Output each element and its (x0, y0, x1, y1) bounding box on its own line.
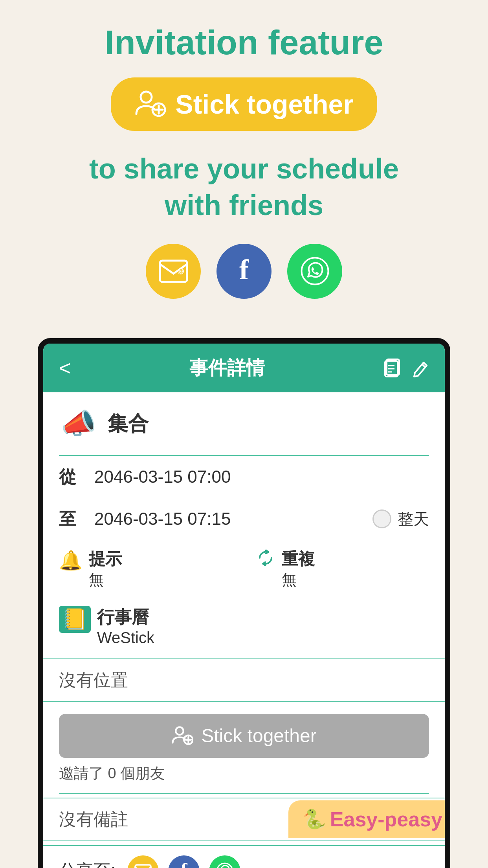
share-row-icons: f (127, 855, 240, 868)
invitation-title: Invitation feature (105, 24, 383, 62)
calendar-name: WeStick (97, 629, 154, 647)
subtitle: to share your schedulewith friends (89, 151, 399, 224)
all-day-label: 整天 (398, 508, 429, 530)
svg-point-0 (141, 92, 152, 103)
share-row-email-icon[interactable] (127, 855, 159, 868)
share-row-facebook-icon[interactable]: f (168, 855, 200, 868)
svg-text:@: @ (178, 268, 183, 274)
location-row: 沒有位置 (43, 658, 445, 702)
to-value: 2046-03-15 07:15 (94, 509, 361, 529)
calendar-title: 行事曆 (97, 606, 154, 629)
share-label: 分享至: (59, 859, 116, 868)
calendar-row: 📒 行事曆 WeStick (43, 598, 445, 655)
copy-icon[interactable] (383, 358, 402, 378)
reminder-item: 🔔 提示 無 (59, 548, 232, 590)
facebook-share-icon[interactable]: f (216, 244, 272, 299)
repeat-icon (256, 548, 275, 568)
app-header-title: 事件詳情 (189, 355, 265, 381)
notes-text: 沒有備註 (59, 808, 128, 831)
detail-section: 🔔 提示 無 重複 無 (43, 540, 445, 598)
app-stick-together-label: Stick together (201, 725, 316, 747)
whatsapp-icon (300, 256, 330, 286)
app-header: < 事件詳情 (43, 344, 445, 392)
event-name: 集合 (108, 410, 149, 438)
reminder-value: 無 (89, 570, 122, 590)
svg-rect-19 (135, 865, 151, 868)
svg-point-8 (301, 258, 328, 285)
app-add-person-icon (171, 725, 193, 747)
all-day-toggle[interactable]: 整天 (372, 508, 429, 530)
repeat-title: 重複 (282, 548, 315, 570)
calendar-text: 行事曆 WeStick (97, 606, 154, 647)
repeat-text: 重複 無 (282, 548, 315, 590)
email-share-icon[interactable]: @ (146, 244, 201, 299)
stick-together-label: Stick together (175, 89, 353, 120)
calendar-icon: 📒 (59, 606, 91, 633)
whatsapp-small-icon (216, 862, 233, 868)
toggle-circle (372, 509, 391, 528)
share-icons-row: @ f (146, 244, 342, 299)
top-section: Invitation feature Stick together to sha… (0, 0, 488, 338)
from-label: 從 (59, 465, 83, 489)
to-label: 至 (59, 508, 83, 531)
whatsapp-share-icon[interactable] (287, 244, 342, 299)
notes-section: 沒有備註 🐍 Easy-peasy (43, 798, 445, 841)
share-row: 分享至: f (43, 845, 445, 868)
to-date-row: 至 2046-03-15 07:15 整天 (43, 498, 445, 540)
invited-count: 邀請了 0 個朋友 (43, 758, 445, 783)
phone-mockup: < 事件詳情 📣 集合 從 2046-03-15 07 (38, 338, 450, 868)
facebook-icon: f (230, 257, 258, 285)
easy-peasy-badge: 🐍 Easy-peasy (288, 800, 450, 838)
app-content: 📣 集合 從 2046-03-15 07:00 至 2046-03-15 07:… (43, 392, 445, 868)
from-value: 2046-03-15 07:00 (94, 467, 429, 487)
event-emoji: 📣 (59, 404, 98, 443)
repeat-item: 重複 無 (256, 548, 429, 590)
share-row-whatsapp-icon[interactable] (209, 855, 240, 868)
reminder-title: 提示 (89, 548, 122, 570)
repeat-value: 無 (282, 570, 315, 590)
app-stick-together-button[interactable]: Stick together (59, 714, 429, 758)
svg-text:f: f (181, 862, 188, 868)
header-icons (383, 358, 429, 378)
edit-icon[interactable] (412, 359, 429, 377)
bell-icon: 🔔 (59, 550, 83, 572)
email-icon: @ (159, 259, 188, 283)
reminder-text: 提示 無 (89, 548, 122, 590)
snake-icon: 🐍 (303, 808, 326, 830)
from-date-row: 從 2046-03-15 07:00 (43, 456, 445, 498)
easy-peasy-text: Easy-peasy (330, 807, 442, 831)
svg-point-15 (176, 727, 183, 735)
svg-text:f: f (239, 257, 249, 285)
add-person-icon (134, 88, 166, 120)
stick-together-button[interactable]: Stick together (111, 77, 377, 131)
facebook-small-icon: f (176, 862, 192, 868)
divider-2 (59, 793, 429, 794)
event-row: 📣 集合 (43, 392, 445, 455)
email-small-icon (134, 864, 152, 868)
back-button[interactable]: < (59, 356, 71, 380)
